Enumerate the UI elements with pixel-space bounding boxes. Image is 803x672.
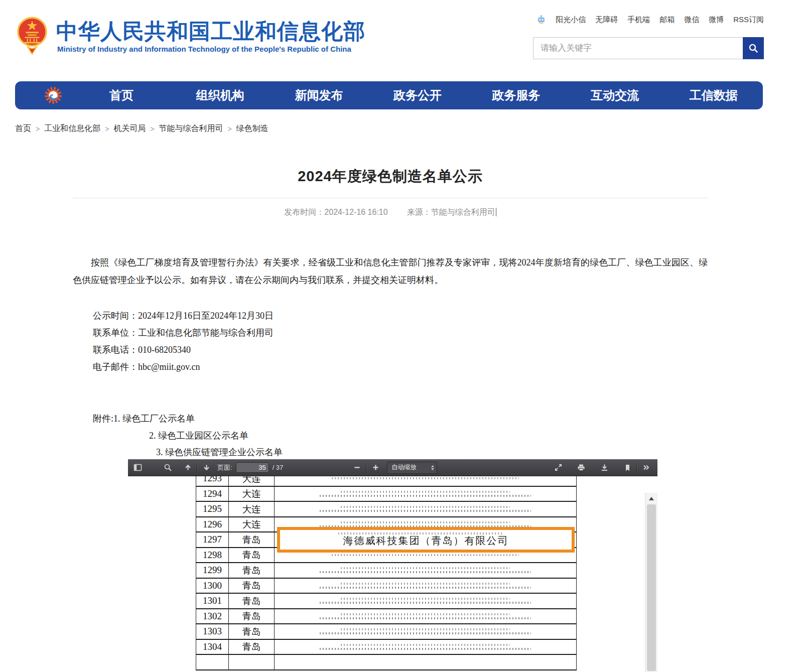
redacted-text-line	[320, 495, 531, 497]
current-view-button[interactable]	[621, 461, 634, 474]
quick-link[interactable]: 阳光小信	[556, 15, 586, 25]
nav-item[interactable]: 组织机构	[171, 87, 270, 103]
company-cell: 海德威科技集团（青岛）有限公司	[275, 532, 577, 548]
quick-link[interactable]: 微信	[684, 15, 699, 25]
info-line-publicity-period: 公示时间：2024年12月16日至2024年12月30日	[93, 307, 274, 324]
redacted-text-line	[341, 567, 510, 569]
table-row: 1297青岛海德威科技集团（青岛）有限公司	[196, 532, 577, 548]
highlighted-company-name: 海德威科技集团（青岛）有限公司	[343, 534, 509, 548]
city-cell: 大连	[229, 476, 275, 486]
attachments-label: 附件:	[93, 414, 113, 424]
zoom-out-button[interactable]	[350, 461, 363, 474]
page-total: / 37	[273, 464, 284, 471]
scrollbar-thumb[interactable]	[647, 504, 656, 671]
breadcrumb-separator: >	[150, 125, 154, 133]
site-subtitle: Ministry of Industry and Information Tec…	[57, 45, 351, 53]
city-cell: 青岛	[229, 639, 275, 655]
presentation-mode-button[interactable]	[552, 461, 565, 474]
page-number-input[interactable]	[236, 462, 269, 473]
scrollbar-up-arrow[interactable]	[645, 493, 657, 504]
quick-link[interactable]: 手机端	[627, 15, 650, 25]
download-button[interactable]	[598, 461, 611, 474]
nav-items: 首页组织机构新闻发布政务公开政务服务互动交流工信数据	[72, 87, 763, 103]
breadcrumb-link[interactable]: 机关司局	[113, 123, 146, 134]
pdf-scrollbar[interactable]	[645, 493, 657, 672]
redacted-text-line	[332, 554, 519, 556]
print-button[interactable]	[575, 461, 588, 474]
row-number-cell: 1295	[196, 501, 229, 517]
sidebar-toggle-button[interactable]	[131, 461, 144, 474]
page: 中华人民共和国工业和信息化部 Ministry of Industry and …	[0, 0, 803, 672]
table-row: 1300青岛	[196, 578, 577, 594]
info-line-contact-phone: 联系电话：010-68205340	[93, 341, 274, 358]
nav-item[interactable]: 政务公开	[368, 87, 467, 103]
company-cell	[275, 563, 577, 578]
fullscreen-icon	[554, 463, 563, 472]
company-cell	[275, 486, 577, 502]
nav-item[interactable]: 政务服务	[467, 87, 566, 103]
search-button[interactable]	[743, 37, 764, 59]
row-number-cell: 1297	[196, 532, 229, 548]
redacted-text-line	[320, 602, 531, 604]
search-input[interactable]	[533, 37, 743, 59]
redacted-text-line	[332, 477, 519, 479]
redacted-text-line	[320, 587, 531, 589]
attachment-item-1: 1. 绿色工厂公示名单	[113, 414, 195, 424]
article-meta: 发布时间：2024-12-16 16:10来源：节能与综合利用司	[73, 207, 708, 218]
company-cell	[275, 501, 577, 517]
breadcrumb-separator: >	[228, 125, 232, 133]
quick-link[interactable]: 邮箱	[659, 15, 675, 25]
toolbar-divider	[366, 464, 366, 472]
toolbar-zoom-group: 自动缩放	[350, 459, 437, 476]
table-row: 1301青岛	[196, 593, 577, 609]
redacted-text-line	[341, 613, 510, 615]
redacted-text-line	[341, 628, 510, 630]
find-icon	[164, 463, 172, 472]
svg-text:e: e	[50, 92, 53, 99]
row-number-cell: 1303	[196, 624, 229, 639]
redacted-text-line	[320, 632, 531, 634]
nav-item[interactable]: 互动交流	[566, 87, 664, 103]
breadcrumb-separator: >	[105, 125, 109, 133]
breadcrumb-link[interactable]: 首页	[15, 123, 31, 134]
table-row: 1299青岛	[196, 563, 577, 578]
nav-item[interactable]: 首页	[72, 87, 171, 103]
highlighted-company-box: 海德威科技集团（青岛）有限公司	[277, 527, 575, 553]
quick-link[interactable]: 微博	[709, 15, 724, 25]
breadcrumb: > 首页 > 工业和信息化部 > 机关司局 > 节能与综合利用司 > 绿色制造	[15, 123, 269, 134]
page-down-icon	[202, 463, 211, 472]
row-number-cell: 1301	[196, 593, 229, 609]
nav-item[interactable]: 新闻发布	[270, 87, 368, 103]
sunshine-robot-icon	[537, 15, 546, 25]
quick-link[interactable]: RSS订阅	[733, 15, 764, 25]
zoom-in-icon	[372, 464, 379, 471]
source-label: 来源：	[407, 208, 431, 216]
redacted-text-line	[320, 617, 531, 619]
row-number-cell: 1300	[196, 578, 229, 594]
select-spinner-icon	[431, 465, 434, 470]
article-paragraph: 按照《绿色工厂梯度培育及管理暂行办法》有关要求，经省级工业和信息化主管部门推荐及…	[73, 254, 708, 289]
site-title: 中华人民共和国工业和信息化部	[56, 17, 365, 46]
zoom-level-select[interactable]: 自动缩放	[387, 462, 437, 474]
breadcrumb-link[interactable]: 绿色制造	[236, 123, 269, 134]
breadcrumb-link[interactable]: 节能与综合利用司	[159, 123, 223, 134]
quick-link[interactable]: 无障碍	[595, 15, 618, 25]
next-page-button[interactable]	[200, 461, 213, 474]
previous-page-button[interactable]	[181, 461, 194, 474]
toolbar-left-group: 页面: / 37	[131, 459, 283, 476]
title-divider	[73, 198, 708, 198]
nav-item[interactable]: 工信数据	[664, 87, 763, 103]
toolbar-more-button[interactable]	[639, 461, 652, 474]
sidebar-toggle-icon	[133, 463, 142, 472]
city-cell	[229, 654, 275, 670]
company-cell	[275, 624, 577, 639]
city-cell: 青岛	[229, 609, 275, 624]
breadcrumb-link[interactable]: 工业和信息化部	[44, 123, 100, 134]
table-row: 1294大连	[196, 486, 577, 502]
redacted-text-line	[341, 491, 510, 493]
attachment-line-1: 附件:1. 绿色工厂公示名单	[93, 411, 283, 428]
zoom-in-button[interactable]	[369, 461, 382, 474]
find-button[interactable]	[161, 461, 174, 474]
redacted-text-line	[341, 644, 510, 646]
row-number-cell: 1299	[196, 563, 229, 578]
